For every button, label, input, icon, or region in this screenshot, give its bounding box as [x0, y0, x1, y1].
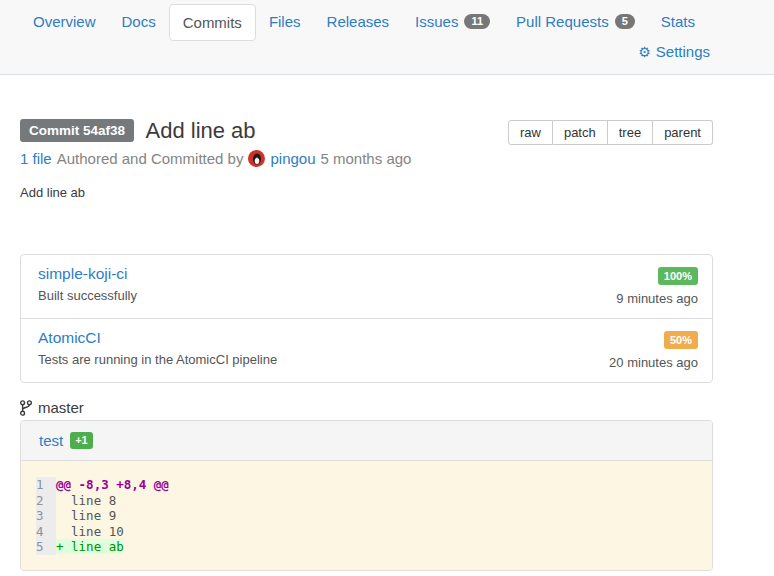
tab-pull-requests[interactable]: Pull Requests 5	[503, 4, 648, 39]
tab-label: Issues	[415, 13, 458, 30]
settings-link[interactable]: ⚙ Settings	[638, 43, 710, 60]
diff-panel: test +1 1 @@ -8,3 +8,4 @@ 2 line 8 3 lin…	[20, 420, 713, 571]
author-link[interactable]: pingou	[270, 150, 315, 167]
diff-code-cell: line 9	[56, 508, 169, 524]
ci-percent-badge: 100%	[658, 267, 698, 285]
tux-icon	[252, 153, 262, 165]
diff-code-cell: @@ -8,3 +8,4 @@	[56, 477, 169, 493]
tab-overview[interactable]: Overview	[20, 4, 109, 39]
commit-header: Commit 54af38 Add line ab raw patch tree…	[20, 118, 713, 145]
context-line-text: line 10	[56, 524, 124, 539]
diff-line: 2 line 8	[36, 493, 169, 509]
project-masthead: Overview Docs Commits Files Releases Iss…	[0, 0, 774, 75]
context-line-text: line 8	[56, 493, 116, 508]
line-number[interactable]: 2	[36, 493, 56, 509]
hunk-header-text: @@ -8,3 +8,4 @@	[56, 477, 169, 492]
tab-label: Stats	[661, 13, 695, 30]
ci-info: simple-koji-ci Built successfully	[38, 265, 137, 306]
context-line-text: line 9	[56, 508, 116, 523]
line-number[interactable]: 3	[36, 508, 56, 524]
line-number[interactable]: 5	[36, 539, 56, 555]
diff-file-link[interactable]: test	[39, 432, 63, 449]
commit-description: Add line ab	[20, 185, 713, 200]
diff-body: 1 @@ -8,3 +8,4 @@ 2 line 8 3 line 9 4 li…	[21, 461, 712, 570]
ci-status-text: Built successfully	[38, 288, 137, 303]
diff-code-cell: + line ab	[56, 539, 169, 555]
ci-row: AtomicCI Tests are running in the Atomic…	[21, 318, 712, 382]
issues-count-badge: 11	[464, 14, 490, 29]
commit-title: Add line ab	[146, 118, 256, 144]
ci-status-card: simple-koji-ci Built successfully 100% 9…	[20, 254, 713, 383]
diff-line: 3 line 9	[36, 508, 169, 524]
ci-timestamp: 20 minutes ago	[609, 355, 698, 370]
tab-stats[interactable]: Stats	[648, 4, 708, 39]
tab-commits[interactable]: Commits	[169, 4, 256, 41]
commit-time: 5 months ago	[321, 150, 412, 167]
gear-icon: ⚙	[638, 44, 651, 60]
commit-actions: raw patch tree parent	[508, 120, 713, 145]
added-line-text: + line ab	[56, 539, 124, 554]
tab-files[interactable]: Files	[256, 4, 314, 39]
ci-service-link[interactable]: AtomicCI	[38, 329, 101, 346]
ci-row: simple-koji-ci Built successfully 100% 9…	[21, 255, 712, 318]
branch-name: master	[38, 399, 84, 416]
ci-info: AtomicCI Tests are running in the Atomic…	[38, 329, 277, 370]
settings-row: ⚙ Settings	[0, 43, 774, 60]
tab-label: Releases	[327, 13, 390, 30]
commit-byline: Authored and Committed by	[57, 150, 244, 167]
patch-button[interactable]: patch	[553, 120, 608, 145]
raw-button[interactable]: raw	[508, 120, 553, 145]
diff-code-cell: line 8	[56, 493, 169, 509]
author-avatar[interactable]	[248, 150, 265, 167]
main-content: Commit 54af38 Add line ab raw patch tree…	[20, 118, 713, 571]
tab-label: Files	[269, 13, 301, 30]
ci-status-text: Tests are running in the AtomicCI pipeli…	[38, 352, 277, 367]
tree-button[interactable]: tree	[608, 120, 653, 145]
commit-hash-badge: Commit 54af38	[20, 119, 134, 142]
ci-result: 50% 20 minutes ago	[609, 329, 698, 370]
line-number[interactable]: 4	[36, 524, 56, 540]
lines-added-badge: +1	[70, 432, 93, 449]
ci-timestamp: 9 minutes ago	[616, 291, 698, 306]
diff-file-header: test +1	[21, 421, 712, 461]
commit-meta: 1 file Authored and Committed by pingou …	[20, 150, 713, 167]
branch-row: master	[20, 399, 713, 416]
ci-result: 100% 9 minutes ago	[616, 265, 698, 306]
ci-service-link[interactable]: simple-koji-ci	[38, 265, 128, 282]
code-fork-icon	[20, 400, 32, 416]
tab-label: Pull Requests	[516, 13, 609, 30]
tab-label: Docs	[122, 13, 156, 30]
settings-label: Settings	[656, 43, 710, 60]
project-nav: Overview Docs Commits Files Releases Iss…	[0, 0, 774, 41]
commit-title-block: Commit 54af38 Add line ab	[20, 118, 256, 144]
parent-button[interactable]: parent	[653, 120, 713, 145]
diff-table: 1 @@ -8,3 +8,4 @@ 2 line 8 3 line 9 4 li…	[36, 477, 169, 555]
tab-issues[interactable]: Issues 11	[402, 4, 503, 39]
diff-line: 5 + line ab	[36, 539, 169, 555]
diff-code-cell: line 10	[56, 524, 169, 540]
tab-releases[interactable]: Releases	[314, 4, 403, 39]
pull-requests-count-badge: 5	[615, 14, 635, 29]
tab-docs[interactable]: Docs	[109, 4, 169, 39]
diff-line: 1 @@ -8,3 +8,4 @@	[36, 477, 169, 493]
diff-line: 4 line 10	[36, 524, 169, 540]
ci-percent-badge: 50%	[664, 331, 698, 349]
files-changed-link[interactable]: 1 file	[20, 150, 52, 167]
tab-label: Overview	[33, 13, 96, 30]
tab-label: Commits	[183, 14, 242, 31]
line-number[interactable]: 1	[36, 477, 56, 493]
